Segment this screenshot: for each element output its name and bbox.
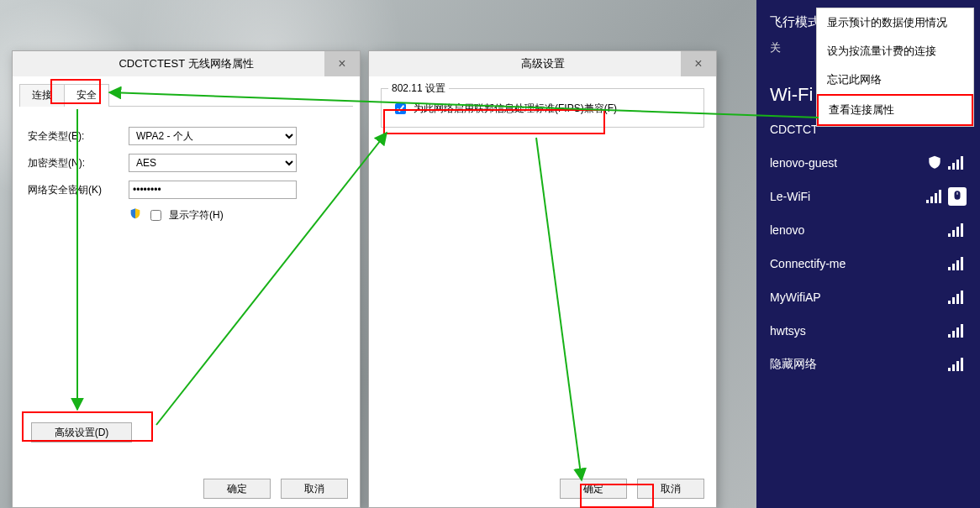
group-80211-title: 802.11 设置 — [388, 81, 449, 96]
network-name: hwtsys — [770, 324, 806, 338]
network-item-lenovo[interactable]: lenovo — [756, 213, 980, 247]
label-security-type: 安全类型(E): — [28, 129, 129, 144]
signal-icon — [948, 291, 967, 304]
signal-icon — [948, 156, 967, 170]
network-name: Le-WiFi — [770, 190, 810, 203]
show-characters-label: 显示字符(H) — [169, 208, 224, 223]
network-item-lenovo-guest[interactable]: lenovo-guest — [756, 146, 980, 180]
network-name: lenovo-guest — [770, 156, 837, 170]
label-encryption: 加密类型(N): — [28, 156, 129, 170]
network-name: 隐藏网络 — [770, 357, 817, 372]
label-network-key: 网络安全密钥(K) — [28, 183, 129, 197]
fips-checkbox[interactable] — [395, 103, 406, 114]
limited-icon — [948, 187, 967, 206]
airplane-mode-label: 飞行模式 — [770, 14, 820, 30]
signal-icon — [948, 223, 967, 237]
airplane-mode-state: 关 — [770, 40, 781, 55]
network-item-hidden[interactable]: 隐藏网络 — [756, 348, 980, 381]
menu-show-usage[interactable]: 显示预计的数据使用情况 — [817, 8, 973, 37]
menu-set-metered[interactable]: 设为按流量计费的连接 — [817, 37, 973, 65]
fips-label: 为此网络启用联邦信息处理标准(FIPS)兼容(F) — [414, 102, 617, 116]
close-icon[interactable]: × — [324, 51, 360, 76]
close-icon[interactable]: × — [681, 51, 716, 76]
network-name: CDCTCT — [770, 123, 819, 136]
wireless-properties-dialog: CDCTCTEST 无线网络属性 × 连接 安全 安全类型(E): WPA2 -… — [12, 50, 361, 508]
security-type-select[interactable]: WPA2 - 个人 — [129, 127, 297, 145]
signal-icon — [948, 257, 967, 270]
network-item-hwtsys[interactable]: hwtsys — [756, 314, 980, 348]
network-name: lenovo — [770, 223, 804, 237]
network-name: MyWifiAP — [770, 291, 821, 304]
network-context-menu: 显示预计的数据使用情况 设为按流量计费的连接 忘记此网络 查看连接属性 — [816, 8, 974, 127]
network-item-connectify-me[interactable]: Connectify-me — [756, 247, 980, 280]
ok-button[interactable]: 确定 — [203, 479, 271, 499]
advanced-settings-dialog: 高级设置 × 802.11 设置 为此网络启用联邦信息处理标准(FIPS)兼容(… — [368, 50, 717, 508]
dialog-title: 高级设置 — [521, 56, 565, 71]
show-characters-checkbox[interactable] — [150, 210, 161, 221]
signal-icon — [948, 324, 967, 338]
uac-shield-icon — [129, 207, 142, 223]
tab-connect[interactable]: 连接 — [19, 84, 65, 107]
network-charms-panel: 飞行模式 关 显示预计的数据使用情况 设为按流量计费的连接 忘记此网络 查看连接… — [756, 0, 980, 508]
ok-button[interactable]: 确定 — [560, 479, 627, 499]
advanced-settings-button[interactable]: 高级设置(D) — [31, 422, 132, 443]
tab-security[interactable]: 安全 — [64, 84, 109, 107]
signal-icon — [926, 190, 945, 203]
menu-forget-network[interactable]: 忘记此网络 — [817, 65, 973, 94]
encryption-select[interactable]: AES — [129, 154, 297, 172]
menu-view-connection-properties[interactable]: 查看连接属性 — [817, 94, 973, 126]
cancel-button[interactable]: 取消 — [281, 479, 348, 499]
network-item-le-wifi[interactable]: Le-WiFi — [756, 180, 980, 213]
signal-icon — [948, 358, 967, 371]
cancel-button[interactable]: 取消 — [637, 479, 704, 499]
network-item-mywifiap[interactable]: MyWifiAP — [756, 280, 980, 314]
dialog-title: CDCTCTEST 无线网络属性 — [119, 56, 253, 71]
network-name: Connectify-me — [770, 257, 846, 270]
shield-icon — [926, 154, 943, 171]
network-key-input[interactable] — [129, 181, 297, 199]
